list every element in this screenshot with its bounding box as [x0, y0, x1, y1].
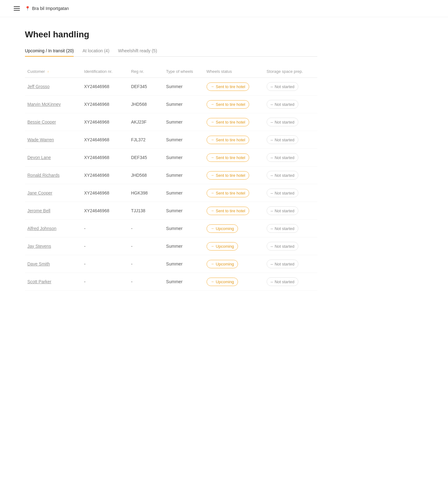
tab-upcoming-transit[interactable]: Upcoming / In transit (20) [25, 48, 74, 56]
cell-reg: DEF345 [128, 149, 164, 167]
arrow-icon: → [211, 279, 214, 284]
cell-customer: Dave Smith [25, 255, 82, 273]
cell-storage: – Not started [264, 167, 317, 184]
cell-identification: - [82, 220, 128, 237]
storage-label: Not started [275, 244, 295, 249]
tab-at-location[interactable]: At location (4) [82, 48, 109, 56]
storage-label: Not started [275, 84, 295, 89]
storage-badge[interactable]: – Not started [267, 135, 298, 144]
status-label: Sent to tire hotel [216, 120, 245, 124]
column-header-status: Wheels status [204, 65, 264, 78]
status-badge[interactable]: → Sent to tire hotel [207, 118, 250, 126]
customer-link[interactable]: Wade Warren [27, 137, 54, 142]
cell-storage: – Not started [264, 113, 317, 131]
arrow-icon: → [211, 244, 214, 248]
status-badge[interactable]: → Sent to tire hotel [207, 207, 250, 215]
cell-customer: Wade Warren [25, 131, 82, 149]
cell-identification: XY24646968 [82, 202, 128, 220]
status-badge[interactable]: → Sent to tire hotel [207, 82, 250, 91]
status-badge[interactable]: → Sent to tire hotel [207, 153, 250, 162]
arrow-icon: → [211, 138, 214, 142]
storage-label: Not started [275, 102, 295, 107]
tabs-container: Upcoming / In transit (20) At location (… [25, 48, 317, 57]
storage-badge[interactable]: – Not started [267, 100, 298, 109]
storage-label: Not started [275, 120, 295, 124]
storage-label: Not started [275, 173, 295, 178]
status-label: Sent to tire hotel [216, 138, 245, 142]
cell-customer: Alfred Johnson [25, 220, 82, 237]
table-row: Jay Stevens - - Summer → Upcoming – Not … [25, 237, 317, 255]
menu-button[interactable] [12, 5, 21, 12]
column-header-identification: Identification nr. [82, 65, 128, 78]
cell-type: Summer [164, 273, 204, 291]
status-label: Upcoming [216, 226, 234, 231]
location-container: 📍 Bra bil Importgatan [25, 6, 69, 11]
cell-type: Summer [164, 237, 204, 255]
dash-icon: – [271, 84, 273, 89]
storage-label: Not started [275, 155, 295, 160]
cell-type: Summer [164, 113, 204, 131]
dash-icon: – [271, 279, 273, 284]
status-badge[interactable]: → Sent to tire hotel [207, 136, 250, 144]
cell-type: Summer [164, 78, 204, 96]
cell-identification: XY24646968 [82, 96, 128, 113]
cell-storage: – Not started [264, 255, 317, 273]
status-badge[interactable]: → Upcoming [207, 224, 238, 233]
customer-link[interactable]: Alfred Johnson [27, 226, 56, 231]
status-badge[interactable]: → Upcoming [207, 242, 238, 251]
cell-type: Summer [164, 220, 204, 237]
customer-link[interactable]: Jay Stevens [27, 244, 51, 249]
cell-status: → Upcoming [204, 237, 264, 255]
storage-badge[interactable]: – Not started [267, 118, 298, 126]
storage-badge[interactable]: – Not started [267, 171, 298, 180]
storage-badge[interactable]: – Not started [267, 82, 298, 91]
dash-icon: – [271, 208, 273, 213]
status-badge[interactable]: → Upcoming [207, 278, 238, 286]
customer-link[interactable]: Bessie Cooper [27, 120, 56, 124]
cell-type: Summer [164, 149, 204, 167]
cell-identification: XY24646968 [82, 184, 128, 202]
cell-customer: Devon Lane [25, 149, 82, 167]
cell-storage: – Not started [264, 273, 317, 291]
cell-storage: – Not started [264, 149, 317, 167]
customer-link[interactable]: Jerome Bell [27, 208, 50, 213]
storage-badge[interactable]: – Not started [267, 277, 298, 286]
header: 📍 Bra bil Importgatan [0, 0, 448, 17]
cell-customer: Ronald Richards [25, 167, 82, 184]
storage-badge[interactable]: – Not started [267, 189, 298, 197]
customer-link[interactable]: Ronald Richards [27, 173, 60, 178]
storage-badge[interactable]: – Not started [267, 224, 298, 233]
storage-label: Not started [275, 191, 295, 195]
tab-wheelshift-ready[interactable]: Wheelshift ready (5) [118, 48, 157, 56]
storage-badge[interactable]: – Not started [267, 242, 298, 251]
dash-icon: – [271, 190, 273, 195]
storage-label: Not started [275, 138, 295, 142]
cell-status: → Sent to tire hotel [204, 96, 264, 113]
table-row: Wade Warren XY24646968 FJL372 Summer → S… [25, 131, 317, 149]
arrow-icon: → [211, 173, 214, 177]
cell-reg: JHD568 [128, 96, 164, 113]
storage-badge[interactable]: – Not started [267, 206, 298, 215]
cell-identification: XY24646968 [82, 131, 128, 149]
cell-status: → Upcoming [204, 220, 264, 237]
arrow-icon: → [211, 102, 214, 106]
status-badge[interactable]: → Sent to tire hotel [207, 189, 250, 197]
status-label: Sent to tire hotel [216, 173, 245, 178]
cell-storage: – Not started [264, 202, 317, 220]
status-label: Sent to tire hotel [216, 102, 245, 107]
customer-link[interactable]: Scott Parker [27, 279, 51, 284]
customer-link[interactable]: Jane Cooper [27, 190, 52, 195]
customer-link[interactable]: Marvin McKinney [27, 102, 61, 107]
customer-link[interactable]: Jeff Grosso [27, 84, 49, 89]
customer-link[interactable]: Devon Lane [27, 155, 51, 160]
cell-reg: - [128, 220, 164, 237]
storage-badge[interactable]: – Not started [267, 153, 298, 162]
cell-reg: - [128, 255, 164, 273]
status-badge[interactable]: → Sent to tire hotel [207, 100, 250, 109]
status-badge[interactable]: → Upcoming [207, 260, 238, 268]
status-badge[interactable]: → Sent to tire hotel [207, 171, 250, 180]
customer-link[interactable]: Dave Smith [27, 261, 50, 266]
column-header-customer[interactable]: Customer ↑ [25, 65, 82, 78]
cell-reg: - [128, 273, 164, 291]
storage-badge[interactable]: – Not started [267, 260, 298, 268]
